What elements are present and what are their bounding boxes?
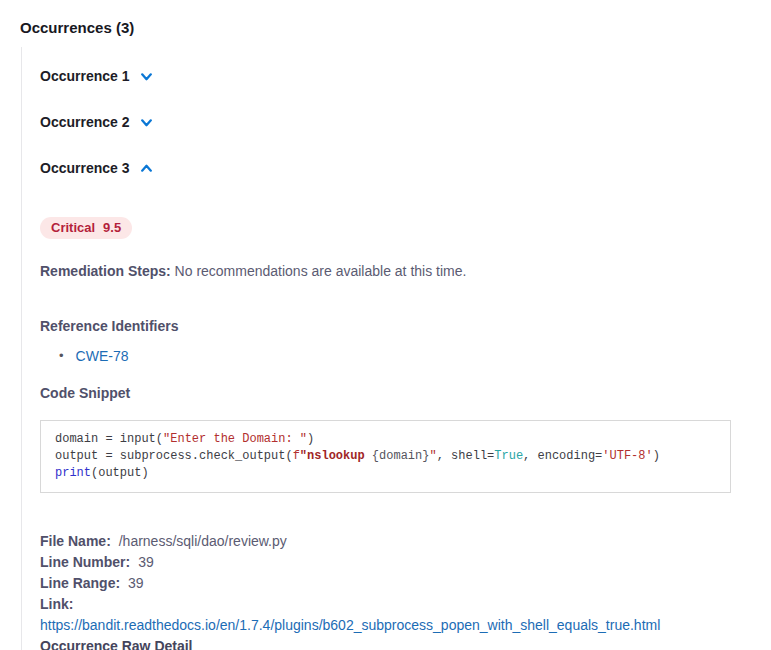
severity-score: 9.5 xyxy=(103,220,121,236)
raw-detail-heading: Occurrence Raw Detail xyxy=(40,636,771,650)
line-number-value: 39 xyxy=(138,554,154,570)
code-block: domain = input("Enter the Domain: ")outp… xyxy=(40,420,731,493)
line-range-label: Line Range: xyxy=(40,575,120,591)
line-range-value: 39 xyxy=(128,575,144,591)
occurrence-1-header[interactable]: Occurrence 1 xyxy=(40,68,153,85)
page-title: Occurrences (3) xyxy=(20,19,771,36)
bullet-icon: • xyxy=(59,348,64,364)
chevron-down-icon[interactable] xyxy=(140,116,153,129)
remediation-label: Remediation Steps: xyxy=(40,263,171,279)
code-snippet-heading: Code Snippet xyxy=(40,385,771,401)
file-name-label: File Name: xyxy=(40,533,111,549)
occurrence-2-header[interactable]: Occurrence 2 xyxy=(40,114,153,131)
occurrences-list: Occurrence 1 Occurrence 2 Occurrence 3 C… xyxy=(21,47,771,650)
occurrences-panel: Occurrences (3) Occurrence 1 Occurrence … xyxy=(0,0,771,650)
line-number-label: Line Number: xyxy=(40,554,130,570)
occurrence-3-header[interactable]: Occurrence 3 xyxy=(40,160,153,177)
reference-identifier-item: • CWE-78 xyxy=(40,348,771,364)
line-number-row: Line Number: 39 xyxy=(40,552,771,573)
occurrence-3-detail: Critical 9.5 Remediation Steps: No recom… xyxy=(40,206,771,650)
occurrence-3-label: Occurrence 3 xyxy=(40,160,130,177)
bandit-doc-link[interactable]: https://bandit.readthedocs.io/en/1.7.4/p… xyxy=(40,617,660,633)
file-name-value: /harness/sqli/dao/review.py xyxy=(119,533,287,549)
severity-label: Critical xyxy=(51,220,95,236)
occurrence-metadata: File Name: /harness/sqli/dao/review.py L… xyxy=(40,531,771,650)
file-name-row: File Name: /harness/sqli/dao/review.py xyxy=(40,531,771,552)
remediation-steps: Remediation Steps: No recommendations ar… xyxy=(40,263,771,280)
link-label-row: Link: xyxy=(40,594,771,615)
chevron-down-icon[interactable] xyxy=(140,70,153,83)
occurrence-2-label: Occurrence 2 xyxy=(40,114,130,131)
reference-identifiers-heading: Reference Identifiers xyxy=(40,318,771,334)
link-url-row: https://bandit.readthedocs.io/en/1.7.4/p… xyxy=(40,615,771,636)
severity-badge: Critical 9.5 xyxy=(40,217,132,239)
remediation-text: No recommendations are available at this… xyxy=(175,263,467,279)
occurrence-1-label: Occurrence 1 xyxy=(40,68,130,85)
line-range-row: Line Range: 39 xyxy=(40,573,771,594)
link-label: Link: xyxy=(40,596,73,612)
cwe-link[interactable]: CWE-78 xyxy=(76,348,129,364)
chevron-up-icon[interactable] xyxy=(140,162,153,175)
